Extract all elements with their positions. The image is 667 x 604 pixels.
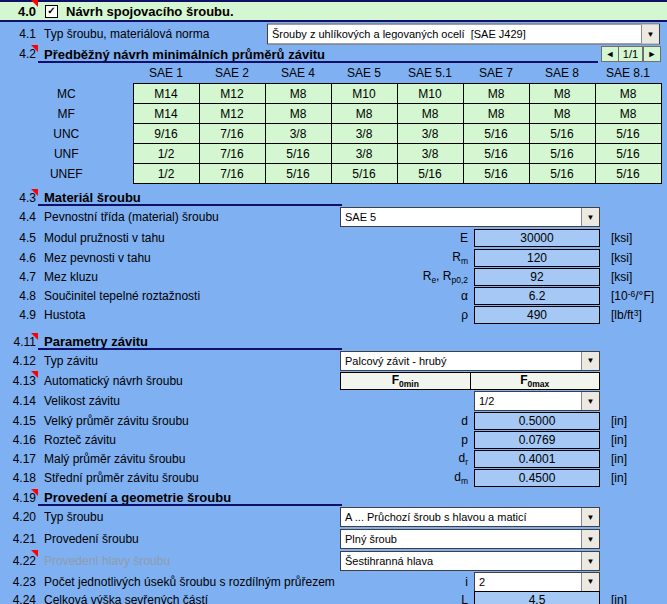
unit-label: [ksi] bbox=[611, 270, 632, 284]
unit-label: [10-6/°F] bbox=[611, 289, 654, 303]
thread-size-dropdown[interactable]: 1/2 ▼ bbox=[474, 391, 600, 411]
table-cell: M8 bbox=[397, 104, 463, 124]
page-selector: ◄ 1/1 ► bbox=[601, 46, 661, 62]
value-cell[interactable]: 0.4001 bbox=[474, 450, 600, 468]
strength-class-dropdown[interactable]: SAE 5 ▼ bbox=[340, 207, 600, 227]
table-col-header: SAE 5.1 bbox=[397, 63, 463, 84]
table-cell: M12 bbox=[199, 104, 265, 124]
table-row-label: UNC bbox=[0, 124, 133, 144]
row-number: 4.8 bbox=[0, 289, 36, 303]
table-row: MFM14M12M8M8M8M8M8M8 bbox=[0, 104, 661, 124]
chevron-down-icon[interactable]: ▼ bbox=[581, 392, 599, 410]
comment-marker-icon bbox=[31, 550, 38, 557]
row-number: 4.14 bbox=[0, 394, 36, 408]
row-4-5: 4.5 Modul pružnosti v tahu E 30000 [ksi] bbox=[0, 228, 667, 248]
dropdown-value: 2 bbox=[475, 576, 581, 588]
table-cell: 5/16 bbox=[463, 144, 529, 164]
f0min-button[interactable]: F0min bbox=[340, 372, 471, 390]
next-page-button[interactable]: ► bbox=[643, 46, 661, 62]
page-indicator: 1/1 bbox=[618, 46, 643, 62]
symbol-label: Rm bbox=[330, 250, 468, 266]
row-4-13: 4.13 Automatický návrh šroubu F0min F0ma… bbox=[0, 371, 667, 391]
unit-label: [ksi] bbox=[611, 251, 632, 265]
symbol-label: E bbox=[330, 231, 468, 245]
bolt-type-dropdown[interactable]: A ... Průchozí šroub s hlavou a maticí ▼ bbox=[340, 507, 600, 527]
table-cell: 5/16 bbox=[595, 164, 661, 184]
table-cell: M8 bbox=[529, 104, 595, 124]
row-label: Rozteč závitu bbox=[44, 433, 116, 447]
f0max-button[interactable]: F0max bbox=[470, 372, 601, 390]
table-cell: M10 bbox=[397, 84, 463, 104]
chevron-down-icon[interactable]: ▼ bbox=[581, 530, 599, 548]
row-label: Celková výška sevřených částí bbox=[44, 593, 208, 604]
dropdown-value: A ... Průchozí šroub s hlavou a maticí bbox=[341, 511, 581, 523]
row-number: 4.6 bbox=[0, 251, 36, 265]
table-cell: M8 bbox=[529, 84, 595, 104]
bolt-head-dropdown[interactable]: Šestihranná hlava ▼ bbox=[340, 551, 600, 571]
thread-type-dropdown[interactable]: Palcový závit - hrubý ▼ bbox=[340, 351, 600, 371]
row-4-20: 4.20 Typ šroubu A ... Průchozí šroub s h… bbox=[0, 506, 667, 528]
row-4-17: 4.17 Malý průměr závitu šroubu dr 0.4001… bbox=[0, 449, 667, 468]
value-cell[interactable]: 0.0769 bbox=[474, 431, 600, 449]
value-cell[interactable]: 0.4500 bbox=[474, 469, 600, 487]
value-cell[interactable]: 92 bbox=[474, 268, 600, 286]
section-title: Provedení a geometrie šroubu bbox=[44, 490, 231, 505]
row-number: 4.17 bbox=[0, 452, 36, 466]
table-corner bbox=[0, 63, 133, 84]
row-4-19-section-header: 4.19 Provedení a geometrie šroubu bbox=[0, 489, 667, 506]
row-4-4: 4.4 Pevnostní třída (material) šroubu SA… bbox=[0, 206, 667, 228]
row-number: 4.23 bbox=[0, 575, 36, 589]
table-col-header: SAE 8.1 bbox=[595, 63, 661, 84]
table-cell: M8 bbox=[265, 104, 331, 124]
section-enable-checkbox[interactable]: ✓ bbox=[45, 5, 58, 18]
row-label: Typ závitu bbox=[44, 354, 98, 368]
row-label: Typ šroubu, materiálová norma bbox=[44, 27, 209, 41]
sections-count-dropdown[interactable]: 2 ▼ bbox=[474, 572, 600, 592]
value-cell[interactable]: 30000 bbox=[474, 229, 600, 247]
table-cell: M10 bbox=[331, 84, 397, 104]
chevron-down-icon[interactable]: ▼ bbox=[641, 24, 659, 43]
row-number: 4.24 bbox=[0, 593, 36, 604]
symbol-label: L bbox=[330, 593, 468, 604]
table-cell: 3/8 bbox=[397, 124, 463, 144]
chevron-down-icon[interactable]: ▼ bbox=[581, 508, 599, 526]
comment-marker-icon bbox=[31, 45, 38, 52]
value-cell[interactable]: 490 bbox=[474, 306, 600, 324]
row-4-18: 4.18 Střední průměr závitu šroubu dm 0.4… bbox=[0, 468, 667, 487]
symbol-label: p bbox=[330, 433, 468, 447]
dropdown-value: SAE 5 bbox=[341, 211, 581, 223]
table-cell: 3/8 bbox=[331, 144, 397, 164]
table-row-label: UNEF bbox=[0, 164, 133, 184]
value-cell[interactable]: 6.2 bbox=[474, 287, 600, 305]
chevron-down-icon[interactable]: ▼ bbox=[581, 208, 599, 226]
section-title: Parametry závitu bbox=[44, 334, 148, 349]
bolt-material-norm-dropdown[interactable]: Šrouby z uhlíkových a legovaných ocelí [… bbox=[267, 23, 660, 44]
row-4-6: 4.6 Mez pevnosti v tahu Rm 120 [ksi] bbox=[0, 248, 667, 267]
row-4-8: 4.8 Součinitel tepelné roztažnosti α 6.2… bbox=[0, 286, 667, 305]
table-row-label: MF bbox=[0, 104, 133, 124]
prev-page-button[interactable]: ◄ bbox=[601, 46, 619, 62]
bolt-design-dropdown[interactable]: Plný šroub ▼ bbox=[340, 529, 600, 549]
dropdown-value: Plný šroub bbox=[341, 533, 581, 545]
value-cell[interactable]: 120 bbox=[474, 249, 600, 267]
chevron-down-icon[interactable]: ▼ bbox=[581, 352, 599, 370]
table-cell: 5/16 bbox=[265, 144, 331, 164]
symbol-label: Re, Rp0,2 bbox=[330, 269, 468, 285]
unit-label: [in] bbox=[611, 471, 627, 485]
value-cell[interactable]: 4.5 bbox=[474, 591, 600, 604]
unit-label: [in] bbox=[611, 414, 627, 428]
section-underline bbox=[38, 61, 598, 63]
table-cell: 5/16 bbox=[529, 144, 595, 164]
section-title: Návrh spojovacího šroubu. bbox=[66, 4, 234, 19]
table-cell: M8 bbox=[331, 104, 397, 124]
table-cell: 7/16 bbox=[199, 144, 265, 164]
row-label: Velký průměr závitu šroubu bbox=[44, 414, 189, 428]
chevron-down-icon[interactable]: ▼ bbox=[581, 573, 599, 591]
comment-marker-icon bbox=[31, 189, 38, 196]
row-label: Provedení hlavy šroubu bbox=[44, 554, 170, 568]
value-cell[interactable]: 0.5000 bbox=[474, 412, 600, 430]
row-label: Automatický návrh šroubu bbox=[44, 374, 183, 388]
bolt-calculation-sheet: 4.0 ✓ Návrh spojovacího šroubu. 4.1 Typ … bbox=[0, 0, 667, 604]
chevron-down-icon[interactable]: ▼ bbox=[581, 552, 599, 570]
row-4-0-section-header: 4.0 ✓ Návrh spojovacího šroubu. bbox=[0, 0, 667, 22]
